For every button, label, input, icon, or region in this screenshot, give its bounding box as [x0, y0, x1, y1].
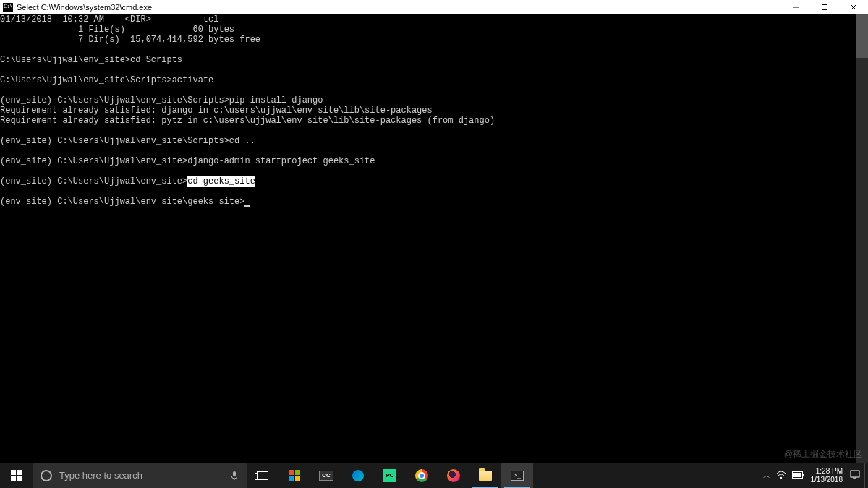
cc-icon: CC [319, 471, 333, 481]
tray-chevron-icon[interactable]: ︿ [763, 471, 770, 481]
system-tray: ︿ 1:28 PM 1/13/2018 [759, 463, 865, 488]
maximize-button[interactable] [810, 0, 839, 14]
clock[interactable]: 1:28 PM 1/13/2018 [811, 467, 845, 484]
captions-button[interactable]: CC [310, 463, 342, 488]
svg-rect-1 [822, 5, 827, 10]
watermark: @稀土掘金技术社区 [784, 448, 862, 461]
cmd-taskbar-button[interactable]: >_ [501, 463, 533, 488]
terminal-output[interactable]: 01/13/2018 10:32 AM <DIR> tcl 1 File(s) … [0, 14, 856, 463]
store-icon [289, 470, 300, 481]
start-button[interactable] [0, 463, 33, 488]
close-button[interactable] [839, 0, 868, 14]
terminal-area: 01/13/2018 10:32 AM <DIR> tcl 1 File(s) … [0, 14, 868, 463]
edge-icon [352, 470, 364, 481]
chrome-icon [415, 469, 428, 482]
search-placeholder: Type here to search [59, 470, 142, 481]
scrollbar[interactable] [856, 14, 868, 463]
firefox-icon [447, 469, 460, 482]
folder-icon [479, 471, 492, 481]
task-view-button[interactable] [247, 463, 278, 488]
cortana-icon [41, 470, 52, 481]
taskbar-apps: CC PC >_ [247, 463, 533, 488]
window-titlebar: Select C:\Windows\system32\cmd.exe [0, 0, 868, 14]
svg-rect-13 [793, 473, 801, 477]
task-view-icon [257, 471, 268, 480]
chrome-button[interactable] [406, 463, 438, 488]
show-desktop-button[interactable] [864, 463, 868, 488]
search-box[interactable]: Type here to search [33, 463, 247, 488]
edge-button[interactable] [342, 463, 374, 488]
mic-icon[interactable] [229, 471, 239, 481]
pycharm-button[interactable]: PC [374, 463, 406, 488]
cmd-icon [3, 3, 13, 12]
pycharm-icon: PC [383, 469, 396, 482]
window-title: Select C:\Windows\system32\cmd.exe [17, 3, 152, 12]
firefox-button[interactable] [438, 463, 469, 488]
file-explorer-button[interactable] [469, 463, 501, 488]
svg-rect-14 [851, 471, 859, 477]
svg-rect-6 [11, 476, 16, 481]
clock-time: 1:28 PM [811, 467, 843, 476]
svg-rect-12 [803, 474, 804, 476]
scrollbar-thumb[interactable] [856, 14, 868, 58]
svg-rect-5 [17, 470, 22, 475]
clock-date: 1/13/2018 [811, 476, 843, 484]
taskbar: Type here to search CC PC >_ ︿ 1:28 PM 1… [0, 463, 868, 488]
svg-rect-4 [11, 470, 16, 475]
wifi-icon[interactable] [776, 471, 786, 481]
terminal-icon: >_ [511, 471, 524, 481]
microsoft-store-button[interactable] [278, 463, 310, 488]
svg-rect-7 [17, 476, 22, 481]
svg-point-10 [780, 476, 781, 478]
battery-icon[interactable] [792, 471, 805, 480]
minimize-button[interactable] [781, 0, 810, 14]
svg-rect-8 [233, 471, 236, 476]
notifications-icon[interactable] [850, 470, 860, 481]
